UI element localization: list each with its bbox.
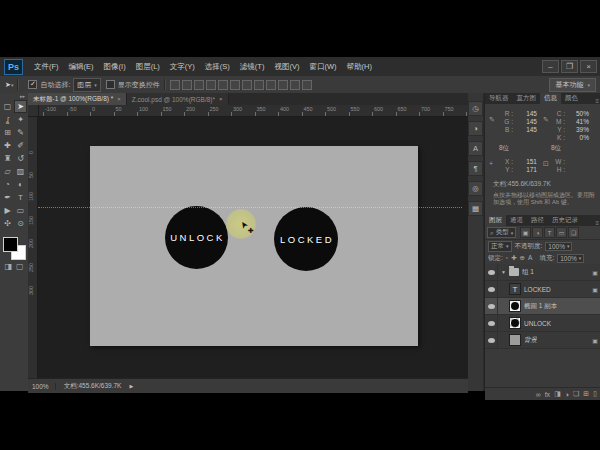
align-right-edges-icon[interactable] [230,80,240,90]
distribute-hcenter-icon[interactable] [290,80,300,90]
lock-option-icon-1[interactable]: ✚ [511,254,516,262]
rectangular-marquee-tool[interactable]: ▢ [1,100,14,113]
layers-tab-路径[interactable]: 路径 [527,215,548,226]
eyedropper-icon[interactable]: ✎ [489,116,495,124]
layer-filter-dropdown[interactable]: ⌕ 类型 ▾ [487,227,516,238]
path-selection-tool[interactable]: ▶ [1,204,14,217]
fill-field[interactable]: 100% ▾ [557,254,584,263]
menu-item-编辑[interactable]: 编辑(E) [64,62,99,72]
document-tab-2[interactable]: Z.cool.psd @ 100%(RGB/8)*× [127,93,229,105]
tool-preset-caret-icon[interactable]: ▾ [11,82,14,88]
layers-tab-通道[interactable]: 通道 [506,215,527,226]
menu-item-选择[interactable]: 选择(S) [200,62,235,72]
info-tab-信息[interactable]: 信息 [540,93,561,104]
filter-kind-icon-0[interactable]: ▣ [520,227,531,238]
dodge-tool[interactable]: ◐ [14,178,27,191]
visibility-toggle[interactable] [485,281,498,297]
minimize-button[interactable]: – [542,60,559,73]
menu-item-图层[interactable]: 图层(L) [131,62,165,72]
ruler-origin-corner[interactable] [28,105,39,116]
close-tab-icon[interactable]: × [219,96,223,102]
auto-select-checkbox[interactable]: ✓ [28,80,37,89]
info-tab-直方图[interactable]: 直方图 [513,93,541,104]
filter-kind-icon-4[interactable]: ❏ [568,227,579,238]
menu-item-视图[interactable]: 视图(V) [269,62,304,72]
shape-tool[interactable]: ▭ [14,204,27,217]
menu-item-文件[interactable]: 文件(F) [29,62,64,72]
layers-tab-历史记录[interactable]: 历史记录 [548,215,582,226]
eyedropper-icon[interactable]: ✎ [543,116,549,124]
brush-tool[interactable]: ✐ [14,139,27,152]
crop-tool[interactable]: ⊞ [1,126,14,139]
lasso-tool[interactable]: ʆ [1,113,14,126]
filter-kind-icon-1[interactable]: ◑ [532,227,543,238]
quick-mask-mode-icon[interactable]: ◨ [4,262,12,271]
align-top-edges-icon[interactable] [170,80,180,90]
paragraph-panel-icon[interactable]: ¶ [468,161,483,176]
layer-row-UNLOCK[interactable]: UNLOCK [485,315,600,332]
menu-item-窗口[interactable]: 窗口(W) [304,62,341,72]
visibility-toggle[interactable] [485,298,498,314]
show-transform-checkbox[interactable] [106,80,115,89]
link-layers-icon[interactable]: ∞ [536,391,541,398]
shape-layer-thumbnail[interactable] [509,300,521,312]
lock-option-icon-2[interactable]: ⊕ [520,254,525,262]
filter-kind-icon-3[interactable]: ▭ [556,227,567,238]
unlock-circle-shape[interactable]: UNLOCK [165,206,228,269]
close-tab-icon[interactable]: × [117,96,121,102]
history-brush-tool[interactable]: ↺ [14,152,27,165]
gradient-tool[interactable]: ▨ [14,165,27,178]
align-horizontal-centers-icon[interactable] [218,80,228,90]
add-layer-mask-icon[interactable]: ◨ [554,390,561,398]
align-left-edges-icon[interactable] [206,80,216,90]
blend-mode-dropdown[interactable]: 正常 ▾ [488,241,512,252]
new-adjustment-layer-icon[interactable]: ◑ [565,391,569,398]
text-layer-thumbnail[interactable]: T [509,283,521,295]
opacity-field[interactable]: 100% ▾ [545,242,572,251]
filter-kind-icon-2[interactable]: T [544,227,555,238]
timeline-panel-icon[interactable]: ▦ [468,201,483,216]
document-tab-1[interactable]: 未标题-1 @ 100%(RGB/8) *× [28,93,127,105]
lock-option-icon-3[interactable]: A [528,254,532,262]
canvas[interactable]: UNLOCK LOCKED [90,146,418,346]
foreground-color-swatch[interactable] [3,237,18,252]
healing-brush-tool[interactable]: ✚ [1,139,14,152]
lock-option-icon-0[interactable]: ▫ [506,254,508,262]
adjustments-panel-icon[interactable]: ◑ [468,121,483,136]
workspace-switcher[interactable]: 基本功能 ▾ [549,78,596,92]
character-panel-icon[interactable]: A [468,141,483,156]
background-layer-thumbnail[interactable] [509,334,521,346]
align-vertical-centers-icon[interactable] [182,80,192,90]
menu-item-图像[interactable]: 图像(I) [99,62,131,72]
align-bottom-edges-icon[interactable] [194,80,204,90]
menu-item-文字[interactable]: 文字(Y) [165,62,200,72]
clone-source-panel-icon[interactable]: ◎ [468,181,483,196]
horizontal-ruler[interactable]: -100-50050100150200250300350400450500550… [28,105,468,117]
canvas-viewport[interactable]: 050100150200250300 UNLOCK LOCKED ➤ ✚ [28,117,468,378]
magic-wand-tool[interactable]: ✦ [14,113,27,126]
info-tab-颜色[interactable]: 颜色 [561,93,582,104]
toolbar-collapse-icon[interactable]: ▸▸ [0,93,28,100]
eyedropper-tool[interactable]: ✎ [14,126,27,139]
visibility-toggle[interactable] [485,315,498,331]
distribute-top-icon[interactable] [242,80,252,90]
layers-tab-图层[interactable]: 图层 [485,215,506,226]
zoom-tool[interactable]: ⊙ [14,217,27,230]
new-layer-icon[interactable]: ⊞ [583,390,589,398]
distribute-left-icon[interactable] [278,80,288,90]
distribute-vcenter-icon[interactable] [254,80,264,90]
layer-row-组 1[interactable]: ▼组 1▣ [485,264,600,281]
auto-select-target-dropdown[interactable]: 图层 ▾ [73,78,101,92]
type-tool[interactable]: T [14,191,27,204]
expand-triangle-icon[interactable]: ▼ [501,269,506,275]
locked-circle-shape[interactable]: LOCKED [274,207,338,271]
pen-tool[interactable]: ✒ [1,191,14,204]
close-button[interactable]: × [580,60,597,73]
info-tab-导航器[interactable]: 导航器 [485,93,513,104]
hand-tool[interactable]: ✣ [1,217,14,230]
layer-row-背景[interactable]: 背景▣ [485,332,600,349]
eraser-tool[interactable]: ▱ [1,165,14,178]
zoom-level-field[interactable]: 100% [32,383,56,390]
distribute-right-icon[interactable] [302,80,312,90]
new-group-icon[interactable]: ❏ [573,390,579,398]
